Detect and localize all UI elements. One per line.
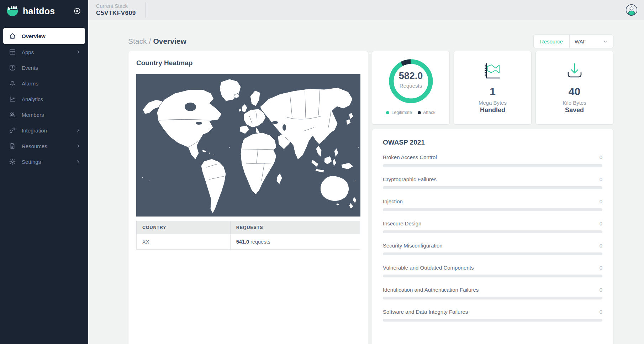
analytics-icon bbox=[9, 95, 16, 103]
world-map[interactable] bbox=[136, 74, 360, 217]
link-icon bbox=[9, 127, 16, 134]
legend-legitimate-label: Legitimate bbox=[391, 110, 412, 115]
current-stack-label: Current Stack bbox=[96, 3, 136, 9]
sidebar-item-alarms[interactable]: Alarms bbox=[3, 75, 85, 91]
legend-attack: Attack bbox=[418, 110, 436, 115]
sidebar-item-members[interactable]: Members bbox=[3, 107, 85, 123]
breadcrumb-section[interactable]: Stack bbox=[128, 37, 147, 45]
sidebar-item-resources[interactable]: Resources bbox=[3, 138, 85, 154]
owasp-item-value: 0 bbox=[600, 265, 602, 271]
table-row[interactable]: XX 541.0 requests bbox=[137, 234, 360, 250]
sidebar-item-analytics[interactable]: Analytics bbox=[3, 91, 85, 107]
owasp-title: OWASP 2021 bbox=[383, 139, 602, 146]
country-requests-table: COUNTRY REQUESTS XX 541.0 requests bbox=[136, 221, 360, 250]
requests-label: Requests bbox=[387, 83, 435, 89]
owasp-item-label: Injection bbox=[383, 198, 403, 204]
bytes-saved-unit: Kilo Bytes bbox=[563, 100, 586, 106]
owasp-item-value: 0 bbox=[600, 309, 602, 315]
requests-value: 541.0 bbox=[236, 239, 249, 245]
haltdos-logo-icon bbox=[6, 5, 19, 17]
sidebar-item-settings[interactable]: Settings bbox=[3, 154, 85, 170]
column-header-country: COUNTRY bbox=[137, 221, 231, 234]
chevron-right-icon bbox=[76, 49, 81, 54]
brand-name: haltdos bbox=[23, 6, 55, 16]
target-icon[interactable] bbox=[73, 7, 81, 15]
owasp-item-label: Broken Access Control bbox=[383, 154, 437, 160]
owasp-item-label: Security Misconfiguration bbox=[383, 243, 443, 249]
country-heatmap-card: Country Heatmap bbox=[128, 51, 368, 344]
bytes-saved-value: 40 bbox=[569, 86, 580, 97]
sidebar-item-integration[interactable]: Integration bbox=[3, 123, 85, 138]
chevron-right-icon bbox=[76, 144, 81, 148]
sidebar-menu: Overview Apps Events Alarms bbox=[0, 22, 88, 170]
bytes-handled-card: 1 Mega Bytes Handled bbox=[454, 51, 532, 125]
legend-attack-label: Attack bbox=[423, 110, 436, 115]
current-stack-block: Current Stack C5VTKFV609 bbox=[96, 2, 146, 17]
apps-icon bbox=[9, 48, 16, 56]
bytes-saved-caption: Saved bbox=[565, 106, 584, 114]
resource-selected-option: WAF bbox=[575, 38, 586, 45]
owasp-row: Security Misconfiguration 0 bbox=[383, 243, 602, 255]
table-header-row: COUNTRY REQUESTS bbox=[137, 221, 360, 234]
owasp-row: Vulnerable and Outdated Components 0 bbox=[383, 265, 602, 277]
sidebar-item-overview[interactable]: Overview bbox=[3, 28, 85, 44]
sidebar-header: haltdos bbox=[0, 0, 88, 22]
resource-selector-value[interactable]: WAF bbox=[570, 35, 613, 48]
sidebar-item-label: Events bbox=[22, 65, 38, 71]
legend-legitimate: Legitimate bbox=[386, 110, 412, 115]
country-cell: XX bbox=[137, 234, 231, 250]
owasp-progress-bar bbox=[383, 186, 602, 189]
sidebar-item-label: Apps bbox=[22, 49, 34, 55]
requests-cell: 541.0 requests bbox=[230, 234, 360, 250]
owasp-item-label: Identification and Authentication Failur… bbox=[383, 287, 479, 293]
chevron-right-icon bbox=[76, 159, 81, 164]
sidebar: haltdos Overview Apps Events bbox=[0, 0, 88, 344]
gear-icon bbox=[9, 158, 16, 165]
attack-dot-icon bbox=[418, 111, 421, 114]
requests-donut-chart[interactable]: 582.0 Requests bbox=[387, 57, 435, 105]
sidebar-item-label: Integration bbox=[22, 127, 47, 134]
breadcrumb-separator: / bbox=[149, 37, 151, 45]
sidebar-item-label: Members bbox=[22, 112, 44, 118]
sidebar-item-label: Resources bbox=[22, 143, 47, 149]
bell-icon bbox=[9, 80, 16, 87]
sidebar-item-label: Settings bbox=[22, 159, 41, 165]
owasp-item-value: 0 bbox=[600, 220, 602, 226]
bytes-saved-card: 40 Kilo Bytes Saved bbox=[535, 51, 613, 125]
main-content: Stack/Overview Resource WAF Country Heat… bbox=[88, 20, 644, 344]
sidebar-item-events[interactable]: Events bbox=[3, 60, 85, 75]
owasp-item-value: 0 bbox=[600, 287, 602, 293]
page-title: Overview bbox=[153, 37, 186, 45]
requests-total: 582.0 bbox=[387, 71, 435, 82]
owasp-item-label: Vulnerable and Outdated Components bbox=[383, 265, 474, 271]
owasp-card: OWASP 2021 Broken Access Control 0 Crypt… bbox=[372, 129, 613, 344]
bytes-handled-caption: Handled bbox=[480, 106, 505, 114]
home-icon bbox=[9, 32, 16, 40]
breadcrumb: Stack/Overview bbox=[128, 37, 186, 46]
owasp-progress-bar bbox=[383, 208, 602, 211]
user-avatar[interactable] bbox=[625, 4, 638, 16]
owasp-item-value: 0 bbox=[600, 243, 602, 249]
sidebar-item-label: Analytics bbox=[22, 96, 43, 102]
members-icon bbox=[9, 111, 16, 118]
resource-selector-label: Resource bbox=[534, 35, 570, 48]
owasp-progress-bar bbox=[383, 164, 602, 167]
document-icon bbox=[9, 142, 16, 150]
chevron-down-icon bbox=[603, 39, 608, 44]
owasp-item-label: Insecure Design bbox=[383, 220, 421, 226]
owasp-progress-bar bbox=[383, 252, 602, 255]
heatmap-title: Country Heatmap bbox=[136, 59, 360, 67]
donut-legend: Legitimate Attack bbox=[386, 110, 435, 115]
owasp-progress-bar bbox=[383, 297, 602, 299]
owasp-progress-bar bbox=[383, 275, 602, 277]
column-header-requests: REQUESTS bbox=[230, 221, 360, 234]
resource-selector[interactable]: Resource WAF bbox=[533, 35, 613, 48]
owasp-progress-bar bbox=[383, 319, 602, 322]
sidebar-item-apps[interactable]: Apps bbox=[3, 44, 85, 60]
owasp-row: Cryptographic Failures 0 bbox=[383, 176, 602, 189]
owasp-row: Injection 0 bbox=[383, 198, 602, 211]
owasp-item-value: 0 bbox=[600, 154, 602, 160]
download-icon bbox=[564, 61, 585, 81]
topbar: Current Stack C5VTKFV609 bbox=[88, 0, 644, 20]
legitimate-dot-icon bbox=[386, 111, 389, 114]
